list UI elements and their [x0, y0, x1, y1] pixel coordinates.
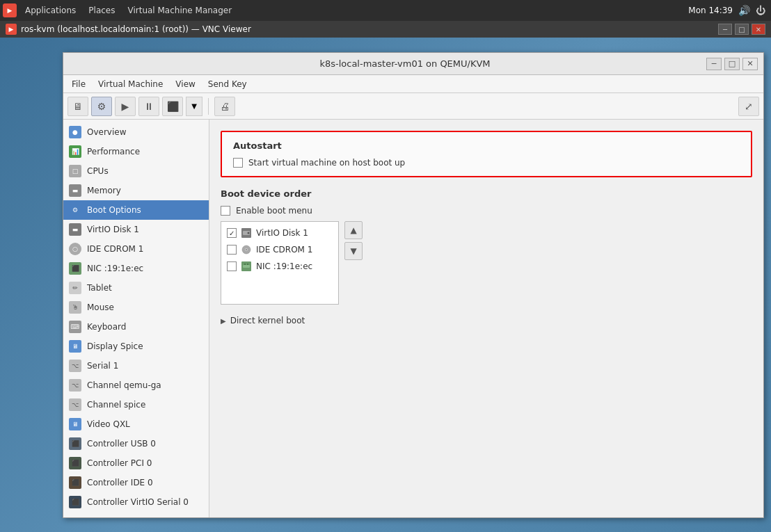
enable-boot-menu-row: Enable boot menu: [221, 206, 752, 216]
sidebar-label-tablet: Tablet: [87, 283, 112, 293]
serial-icon: ⌥: [69, 360, 81, 372]
boot-device-order-section: Boot device order Enable boot menu: [221, 188, 752, 305]
desktop: 7 CENTOS ▶ Applications Places Virtual M…: [0, 0, 771, 532]
toolbar-fullscreen-button[interactable]: ⤢: [738, 97, 759, 116]
menu-virtual-machine[interactable]: Virtual Machine: [93, 77, 168, 91]
pci-icon: ⬛: [69, 457, 81, 469]
boot-nic-checkbox[interactable]: [227, 261, 237, 271]
toolbar-pause-button[interactable]: ⏸: [138, 97, 159, 116]
sidebar-label-overview: Overview: [87, 127, 127, 137]
sidebar-item-cpus[interactable]: □ CPUs: [63, 161, 209, 181]
memory-icon: ▬: [69, 184, 81, 197]
menu-file[interactable]: File: [66, 77, 91, 91]
taskbar-vm-manager[interactable]: Virtual Machine Manager: [122, 3, 237, 18]
boot-ide-cdrom-checkbox[interactable]: [227, 245, 237, 255]
direct-kernel-boot-row[interactable]: ▶ Direct kernel boot: [221, 316, 752, 325]
volume-icon[interactable]: 🔊: [738, 5, 750, 16]
enable-boot-menu-checkbox[interactable]: [221, 206, 230, 216]
sidebar-item-channel-qemu-ga[interactable]: ⌥ Channel qemu-ga: [63, 376, 209, 395]
usb-icon: ⬛: [69, 437, 81, 450]
boot-nic-icon: [241, 261, 252, 272]
boot-virtio-disk-checkbox[interactable]: [227, 228, 237, 238]
vm-menu-bar: File Virtual Machine View Send Key: [63, 75, 763, 93]
overview-icon: ●: [69, 126, 81, 138]
vm-content: ● Overview 📊 Performance □ CPUs ▬ Memory…: [63, 120, 763, 517]
sidebar-item-tablet[interactable]: ✏ Tablet: [63, 278, 209, 298]
power-icon[interactable]: ⏻: [756, 5, 765, 16]
vm-window: k8s-local-master-vm01 on QEMU/KVM ─ □ ✕ …: [63, 52, 764, 518]
sidebar-item-controller-pci-0[interactable]: ⬛ Controller PCI 0: [63, 453, 209, 473]
sidebar-item-controller-usb-0[interactable]: ⬛ Controller USB 0: [63, 434, 209, 453]
svg-rect-7: [243, 265, 250, 268]
sidebar-item-controller-ide-0[interactable]: ⬛ Controller IDE 0: [63, 473, 209, 492]
taskbar-applications[interactable]: Applications: [19, 3, 81, 18]
performance-icon: 📊: [69, 145, 81, 158]
toolbar-play-button[interactable]: ▶: [115, 97, 136, 116]
sidebar-item-overview[interactable]: ● Overview: [63, 122, 209, 142]
sidebar-label-controller-ide-0: Controller IDE 0: [87, 478, 153, 487]
sidebar-label-cpus: CPUs: [87, 166, 109, 176]
boot-virtio-disk-icon: [241, 227, 252, 239]
sidebar-label-video-qxl: Video QXL: [87, 419, 130, 429]
sidebar-item-nic[interactable]: ⬛ NIC :19:1e:ec: [63, 259, 209, 278]
vm-close-button[interactable]: ✕: [742, 58, 758, 70]
vnc-close-button[interactable]: ✕: [752, 24, 765, 35]
sidebar-item-controller-virtio-serial-0[interactable]: ⬛ Controller VirtIO Serial 0: [63, 492, 209, 512]
toolbar-monitor-button[interactable]: 🖥: [67, 97, 88, 116]
direct-kernel-boot-label: Direct kernel boot: [230, 316, 305, 325]
vm-title-bar: k8s-local-master-vm01 on QEMU/KVM ─ □ ✕: [63, 53, 763, 75]
boot-down-arrow-button[interactable]: ▼: [344, 242, 363, 260]
boot-virtio-disk-label: VirtIO Disk 1: [256, 228, 308, 238]
sidebar-item-ide-cdrom[interactable]: ○ IDE CDROM 1: [63, 239, 209, 259]
cpu-icon: □: [69, 165, 81, 177]
sidebar-label-performance: Performance: [87, 147, 140, 156]
boot-nic-label: NIC :19:1e:ec: [256, 261, 312, 271]
taskbar-places[interactable]: Places: [83, 3, 120, 18]
vm-window-controls: ─ □ ✕: [706, 58, 758, 70]
sidebar-item-virtio-disk[interactable]: ▬ VirtIO Disk 1: [63, 220, 209, 239]
vnc-minimize-button[interactable]: ─: [718, 24, 732, 35]
toolbar-dropdown-button[interactable]: ▼: [186, 97, 202, 116]
toolbar-settings-button[interactable]: ⚙: [91, 97, 112, 116]
enable-boot-menu-label: Enable boot menu: [236, 206, 312, 216]
menu-view[interactable]: View: [170, 77, 200, 91]
channel-spice-icon: ⌥: [69, 398, 81, 411]
nic-icon: ⬛: [69, 262, 81, 275]
vm-minimize-button[interactable]: ─: [706, 58, 722, 70]
autostart-checkbox[interactable]: [233, 158, 243, 168]
toolbar-print-button[interactable]: 🖨: [214, 97, 235, 116]
taskbar-left: ▶ Applications Places Virtual Machine Ma…: [0, 3, 688, 18]
ide-icon: ⬛: [69, 476, 81, 489]
sidebar-label-virtio-disk: VirtIO Disk 1: [87, 225, 139, 234]
sidebar-label-boot-options: Boot Options: [87, 205, 141, 215]
vnc-maximize-button[interactable]: □: [735, 24, 749, 35]
display-icon: 🖥: [69, 340, 81, 353]
boot-item-ide-cdrom: IDE CDROM 1: [224, 241, 335, 258]
vm-maximize-button[interactable]: □: [724, 58, 740, 70]
sidebar-item-video-qxl[interactable]: 🖥 Video QXL: [63, 414, 209, 434]
sidebar-item-mouse[interactable]: 🖱 Mouse: [63, 298, 209, 317]
sidebar-label-controller-usb-0: Controller USB 0: [87, 439, 156, 449]
boot-up-arrow-button[interactable]: ▲: [344, 221, 363, 239]
sidebar-item-memory[interactable]: ▬ Memory: [63, 181, 209, 200]
vm-sidebar: ● Overview 📊 Performance □ CPUs ▬ Memory…: [63, 120, 209, 517]
sidebar-item-channel-spice[interactable]: ⌥ Channel spice: [63, 395, 209, 414]
boot-device-order-title: Boot device order: [221, 188, 752, 199]
sidebar-item-serial-1[interactable]: ⌥ Serial 1: [63, 356, 209, 376]
sidebar-item-boot-options[interactable]: ⚙ Boot Options: [63, 200, 209, 220]
virtio-disk-icon: ▬: [69, 223, 81, 236]
sidebar-item-display-spice[interactable]: 🖥 Display Spice: [63, 337, 209, 356]
boot-list-container: VirtIO Disk 1: [221, 221, 752, 305]
svg-rect-8: [244, 264, 246, 265]
virtio-serial-icon: ⬛: [69, 496, 81, 508]
boot-list: VirtIO Disk 1: [221, 221, 339, 305]
sidebar-item-keyboard[interactable]: ⌨ Keyboard: [63, 317, 209, 337]
vm-title-text: k8s-local-master-vm01 on QEMU/KVM: [104, 58, 706, 69]
sidebar-label-mouse: Mouse: [87, 303, 114, 312]
sidebar-item-performance[interactable]: 📊 Performance: [63, 142, 209, 161]
tablet-icon: ✏: [69, 282, 81, 294]
channel-qemu-icon: ⌥: [69, 379, 81, 392]
sidebar-label-memory: Memory: [87, 186, 121, 195]
toolbar-screen-button[interactable]: ⬛: [162, 97, 183, 116]
menu-send-key[interactable]: Send Key: [202, 77, 253, 91]
